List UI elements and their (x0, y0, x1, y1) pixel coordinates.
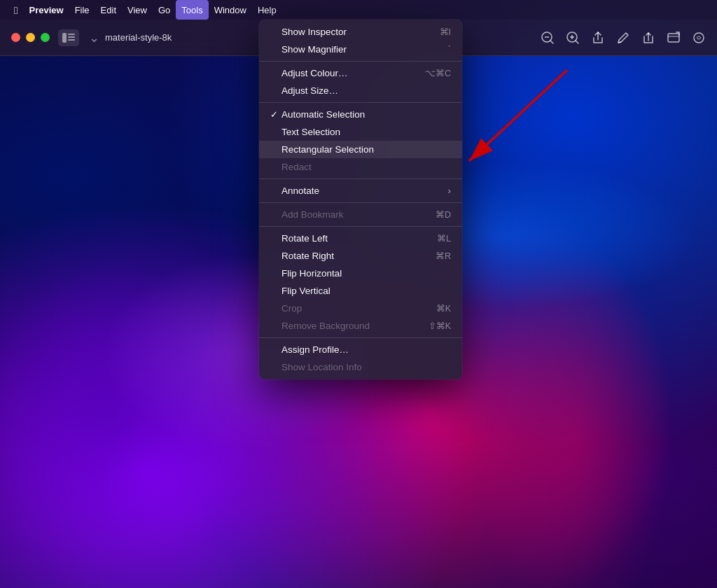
menubar-preview[interactable]: Preview (23, 0, 69, 20)
menu-item-remove-background[interactable]: Remove Background ⇧⌘K (259, 317, 462, 335)
menubar-view[interactable]: View (122, 0, 153, 20)
menu-item-flip-horizontal[interactable]: Flip Horizontal (259, 265, 462, 282)
svg-line-6 (550, 41, 553, 43)
menu-item-rotate-right[interactable]: Rotate Right ⌘R (259, 247, 462, 265)
menu-item-assign-profile[interactable]: Assign Profile… (259, 341, 462, 358)
svg-rect-2 (68, 36, 75, 38)
menu-item-rotate-left[interactable]: Rotate Left ⌘L (259, 230, 462, 247)
menu-item-automatic-selection[interactable]: ✓ Automatic Selection (259, 106, 462, 123)
more-button[interactable] (641, 31, 655, 45)
menu-item-show-location-info[interactable]: Show Location Info (259, 358, 462, 376)
menubar-file[interactable]: File (69, 0, 95, 20)
zoom-in-button[interactable] (566, 31, 580, 45)
tools-menu: Show Inspector ⌘I Show Magnifier ` Adjus… (259, 20, 462, 379)
svg-line-10 (576, 41, 578, 43)
toolbar-icons (541, 31, 706, 45)
menubar-go[interactable]: Go (153, 0, 176, 20)
menu-item-flip-vertical[interactable]: Flip Vertical (259, 282, 462, 300)
document-title: material-style-8k (105, 32, 172, 43)
svg-point-14 (694, 33, 704, 43)
separator-5 (259, 226, 462, 227)
menu-item-show-inspector[interactable]: Show Inspector ⌘I (259, 23, 462, 41)
submenu-arrow: › (448, 186, 452, 196)
svg-rect-0 (62, 33, 67, 43)
close-button[interactable] (11, 33, 20, 42)
menubar-tools[interactable]: Tools (176, 0, 208, 20)
minimize-button[interactable] (26, 33, 35, 42)
apple-logo:  (14, 4, 18, 16)
separator-1 (259, 61, 462, 62)
menubar-apple[interactable]:  (8, 0, 23, 20)
separator-2 (259, 102, 462, 103)
menu-item-add-bookmark[interactable]: Add Bookmark ⌘D (259, 206, 462, 223)
separator-6 (259, 337, 462, 338)
menu-item-crop[interactable]: Crop ⌘K (259, 300, 462, 317)
markup-button[interactable] (692, 31, 706, 45)
menu-item-adjust-size[interactable]: Adjust Size… (259, 82, 462, 99)
menu-item-redact[interactable]: Redact (259, 158, 462, 176)
menu-item-rectangular-selection[interactable]: Rectangular Selection (259, 141, 462, 158)
traffic-lights (11, 33, 50, 42)
svg-rect-12 (668, 34, 679, 42)
menubar:  Preview File Edit View Go Tools Window… (0, 0, 717, 20)
zoom-out-button[interactable] (541, 31, 555, 45)
window-button[interactable] (667, 31, 681, 45)
sidebar-toggle[interactable] (58, 29, 79, 46)
share-button[interactable] (591, 31, 605, 45)
svg-line-11 (618, 42, 621, 43)
svg-rect-3 (68, 39, 75, 41)
svg-rect-1 (68, 34, 75, 35)
menu-item-text-selection[interactable]: Text Selection (259, 123, 462, 141)
menu-item-annotate[interactable]: Annotate › (259, 182, 462, 200)
menu-item-show-magnifier[interactable]: Show Magnifier ` (259, 41, 462, 58)
separator-4 (259, 202, 462, 203)
chevron-down-icon[interactable]: ⌄ (89, 30, 99, 46)
menu-item-adjust-colour[interactable]: Adjust Colour… ⌥⌘C (259, 64, 462, 82)
separator-3 (259, 178, 462, 179)
menubar-window[interactable]: Window (209, 0, 252, 20)
menubar-edit[interactable]: Edit (95, 0, 122, 20)
maximize-button[interactable] (41, 33, 50, 42)
menubar-help[interactable]: Help (252, 0, 282, 20)
annotate-button[interactable] (616, 31, 630, 45)
